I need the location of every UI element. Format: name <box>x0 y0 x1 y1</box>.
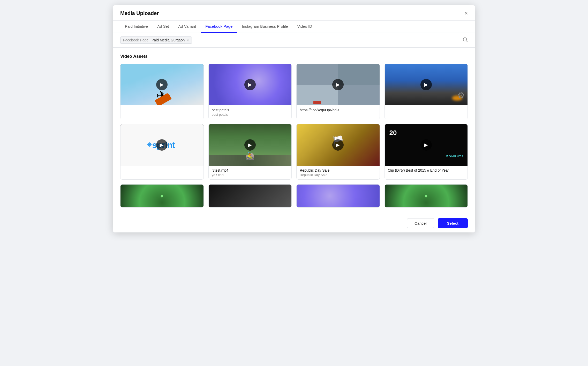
search-button[interactable] <box>463 37 468 43</box>
video-thumbnail: ⚙ ▶ <box>385 64 468 105</box>
video-subtitle: best petals <box>212 113 289 116</box>
video-info: Republic Day Sale Republic Day Sale <box>297 166 380 179</box>
filter-remove-button[interactable]: × <box>187 38 189 42</box>
partial-video-row: ● ● <box>120 184 468 208</box>
video-grid: ✈ ▶ ▶ best petals best peta <box>120 64 468 180</box>
video-thumbnail <box>209 185 292 207</box>
video-card[interactable]: ✳ sprin t ▶ <box>120 124 204 180</box>
play-button[interactable]: ▶ <box>332 79 344 90</box>
close-button[interactable]: × <box>464 11 468 20</box>
video-card[interactable]: ▶ best petals best petals <box>208 64 292 119</box>
media-uploader-modal: Media Uploader × Paid Initiative Ad Set … <box>113 5 475 232</box>
video-thumbnail: ✈ ▶ <box>120 64 203 105</box>
video-card[interactable]: 20 MOMENTS ▶ Clip (Dirty) Best of 2015 /… <box>385 124 468 180</box>
video-name: l3test.mp4 <box>212 168 289 172</box>
video-card[interactable]: ● <box>385 184 468 208</box>
video-card[interactable] <box>296 184 380 208</box>
tab-bar: Paid Initiative Ad Set Ad Variant Facebo… <box>113 20 475 33</box>
play-button[interactable]: ▶ <box>420 139 432 151</box>
video-info: l3test.mp4 yo ! cool <box>209 166 292 179</box>
video-card[interactable]: ⚙ ▶ <box>385 64 468 119</box>
video-thumbnail: 🚵 ▶ <box>209 124 292 166</box>
tab-facebook-page[interactable]: Facebook Page <box>201 20 237 33</box>
video-subtitle: Republic Day Sale <box>300 173 376 177</box>
video-info: https://t.co/xcq6OpNhdR <box>297 105 380 117</box>
video-thumbnail: ✳ sprin t ▶ <box>120 124 203 166</box>
video-info <box>120 166 203 177</box>
play-button[interactable]: ▶ <box>420 79 432 90</box>
video-info: Clip (Dirty) Best of 2015 // End of Year <box>385 166 468 177</box>
video-thumbnail: ● <box>385 185 468 207</box>
tab-ad-set[interactable]: Ad Set <box>153 20 174 33</box>
select-button[interactable]: Select <box>438 218 468 228</box>
video-card[interactable]: ▶ https://t.co/xcq6OpNhdR <box>296 64 380 119</box>
video-card[interactable]: ● <box>120 184 204 208</box>
video-info <box>385 105 468 117</box>
video-name: best petals <box>212 108 289 112</box>
video-name: Clip (Dirty) Best of 2015 // End of Year <box>388 168 465 172</box>
video-name: Republic Day Sale <box>300 168 376 172</box>
video-thumbnail: ● <box>120 185 203 207</box>
video-name: https://t.co/xcq6OpNhdR <box>300 108 376 112</box>
play-button[interactable]: ▶ <box>156 79 168 90</box>
video-info: best petals best petals <box>209 105 292 119</box>
video-subtitle: yo ! cool <box>212 173 289 177</box>
video-info <box>120 105 203 117</box>
tab-video-id[interactable]: Video ID <box>293 20 317 33</box>
play-button[interactable]: ▶ <box>244 139 256 151</box>
video-thumbnail: ▶ <box>209 64 292 105</box>
video-card[interactable]: 🏳️ ▶ Republic Day Sale Republic Day Sale <box>296 124 380 180</box>
tab-instagram-business-profile[interactable]: Instagram Business Profile <box>237 20 292 33</box>
video-thumbnail: ▶ <box>297 64 380 105</box>
video-card[interactable]: ✈ ▶ <box>120 64 204 119</box>
tab-ad-variant[interactable]: Ad Variant <box>174 20 201 33</box>
filter-label: Facebook Page: <box>123 38 149 42</box>
modal-footer: Cancel Select <box>113 214 475 232</box>
play-button[interactable]: ▶ <box>332 139 344 151</box>
filter-bar: Facebook Page: Paid Media Gurgaon × <box>113 33 475 48</box>
section-title: Video Assets <box>120 54 468 59</box>
tab-paid-initiative[interactable]: Paid Initiative <box>120 20 153 33</box>
svg-line-1 <box>466 40 468 42</box>
content-area: Video Assets ✈ ▶ <box>113 48 475 214</box>
play-button[interactable]: ▶ <box>156 139 168 151</box>
filter-value: Paid Media Gurgaon <box>152 38 185 42</box>
cancel-button[interactable]: Cancel <box>407 218 434 228</box>
video-thumbnail: 🏳️ ▶ <box>297 124 380 166</box>
filter-tag[interactable]: Facebook Page: Paid Media Gurgaon × <box>120 36 192 44</box>
search-icon <box>463 37 468 42</box>
video-thumbnail: 20 MOMENTS ▶ <box>385 124 468 166</box>
modal-title: Media Uploader <box>120 10 159 20</box>
play-button[interactable]: ▶ <box>244 79 256 90</box>
modal-header: Media Uploader × <box>113 5 475 21</box>
video-thumbnail <box>297 185 380 207</box>
video-card[interactable] <box>208 184 292 208</box>
video-card[interactable]: 🚵 ▶ l3test.mp4 yo ! cool <box>208 124 292 180</box>
